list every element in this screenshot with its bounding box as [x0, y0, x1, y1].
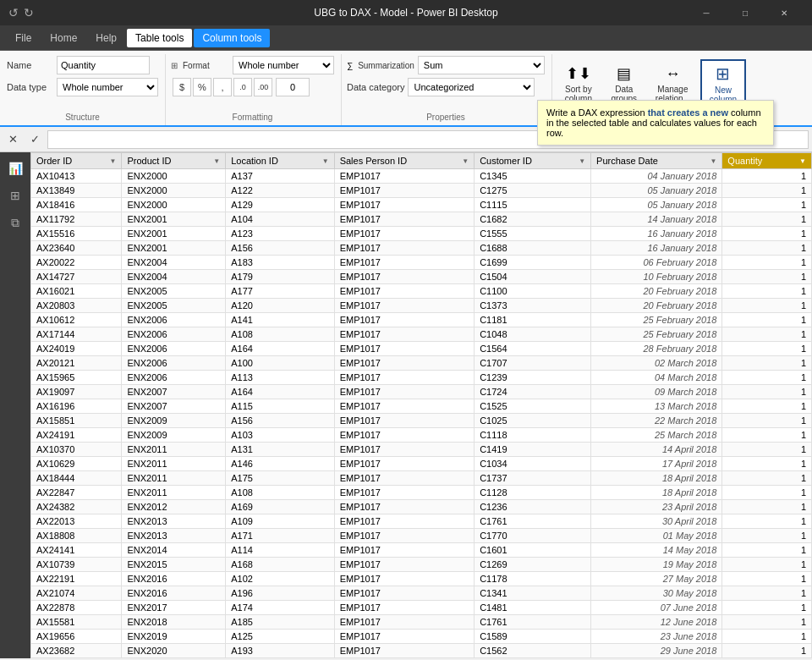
format-select[interactable]: Whole number — [233, 56, 334, 74]
table-row[interactable]: AX16196ENX2007A115EMP1017C152513 March 2… — [31, 399, 812, 414]
table-row[interactable]: AX14727ENX2004A179EMP1017C150410 Februar… — [31, 270, 812, 284]
table-cell: 1 — [722, 443, 812, 457]
col-header-sales-person-id[interactable]: Sales Person ID▼ — [334, 153, 475, 169]
menu-columntools[interactable]: Column tools — [194, 29, 270, 47]
tooltip: Write a DAX expression that creates a ne… — [537, 100, 774, 146]
table-row[interactable]: AX10629ENX2011A146EMP1017C103417 April 2… — [31, 457, 812, 471]
table-row[interactable]: AX22191ENX2016A102EMP1017C117827 May 201… — [31, 572, 812, 586]
table-cell: ENX2012 — [122, 500, 226, 514]
table-row[interactable]: AX15851ENX2009A156EMP1017C102522 March 2… — [31, 414, 812, 428]
summarization-select[interactable]: Sum — [418, 56, 545, 74]
datacategory-select[interactable]: Uncategorized — [408, 78, 535, 96]
confirm-button[interactable]: ✓ — [25, 130, 44, 149]
table-row[interactable]: AX16021ENX2005A177EMP1017C110020 Februar… — [31, 284, 812, 299]
table-row[interactable]: AX24019ENX2006A164EMP1017C156428 Februar… — [31, 342, 812, 356]
increase-decimal-button[interactable]: .0 — [233, 78, 252, 96]
decrease-decimal-button[interactable]: .00 — [254, 78, 272, 96]
table-row[interactable]: AX10413ENX2000A137EMP1017C134504 January… — [31, 169, 812, 184]
redo-icon[interactable]: ↻ — [24, 6, 34, 19]
menu-home[interactable]: Home — [41, 29, 85, 47]
table-row[interactable]: AX18416ENX2000A129EMP1017C111505 January… — [31, 198, 812, 212]
table-row[interactable]: AX15516ENX2001A123EMP1017C155516 January… — [31, 227, 812, 241]
table-row[interactable]: AX18444ENX2011A175EMP1017C173718 April 2… — [31, 471, 812, 486]
table-row[interactable]: AX15581ENX2018A185EMP1017C176112 June 20… — [31, 615, 812, 630]
datatype-select[interactable]: Whole number — [57, 78, 158, 96]
table-cell: 1 — [722, 486, 812, 500]
close-button[interactable]: ✕ — [765, 0, 804, 25]
table-row[interactable]: AX10612ENX2006A141EMP1017C118125 Februar… — [31, 313, 812, 327]
table-row[interactable]: AX19097ENX2007A164EMP1017C172409 March 2… — [31, 385, 812, 399]
table-row[interactable]: AX11228ENX2021A125EMP1017C113410 July 20… — [31, 658, 812, 659]
table-row[interactable]: AX22847ENX2011A108EMP1017C112818 April 2… — [31, 486, 812, 500]
table-cell: ENX2009 — [122, 428, 226, 443]
table-cell: EMP1017 — [334, 572, 475, 586]
col-header-location-id[interactable]: Location ID▼ — [226, 153, 334, 169]
table-cell: EMP1017 — [334, 615, 475, 630]
table-row[interactable]: AX13849ENX2000A122EMP1017C127505 January… — [31, 184, 812, 198]
table-row[interactable]: AX21074ENX2016A196EMP1017C134130 May 201… — [31, 586, 812, 601]
table-cell: C1134 — [475, 658, 591, 659]
table-row[interactable]: AX20121ENX2006A100EMP1017C170702 March 2… — [31, 356, 812, 371]
restore-button[interactable]: □ — [726, 0, 765, 25]
currency-button[interactable]: $ — [173, 78, 191, 96]
table-row[interactable]: AX22878ENX2017A174EMP1017C148107 June 20… — [31, 601, 812, 615]
sidebar-data-icon[interactable]: ⊞ — [2, 183, 29, 208]
table-row[interactable]: AX24382ENX2012A169EMP1017C123623 April 2… — [31, 500, 812, 514]
table-row[interactable]: AX10739ENX2015A168EMP1017C126919 May 201… — [31, 558, 812, 572]
name-input[interactable] — [57, 56, 150, 74]
table-cell: A169 — [226, 500, 334, 514]
comma-button[interactable]: , — [213, 78, 232, 96]
table-cell: 10 February 2018 — [591, 270, 722, 284]
sidebar-report-icon[interactable]: 📊 — [2, 156, 29, 181]
summarization-label: Summarization — [358, 61, 414, 70]
decimal-input[interactable] — [276, 78, 310, 96]
data-table-area[interactable]: Order ID▼Product ID▼Location ID▼Sales Pe… — [30, 152, 812, 658]
table-row[interactable]: AX18808ENX2013A171EMP1017C177001 May 201… — [31, 529, 812, 543]
table-cell: 17 April 2018 — [591, 457, 722, 471]
table-row[interactable]: AX24191ENX2009A103EMP1017C111825 March 2… — [31, 428, 812, 443]
table-cell: 1 — [722, 184, 812, 198]
cancel-button[interactable]: ✕ — [3, 130, 22, 149]
menu-file[interactable]: File — [7, 29, 40, 47]
table-cell: AX23640 — [31, 241, 122, 256]
table-row[interactable]: AX19656ENX2019A125EMP1017C158923 June 20… — [31, 630, 812, 644]
table-row[interactable]: AX10370ENX2011A131EMP1017C141914 April 2… — [31, 443, 812, 457]
table-row[interactable]: AX20803ENX2005A120EMP1017C137320 Februar… — [31, 299, 812, 313]
menu-tabletools[interactable]: Table tools — [127, 29, 192, 47]
table-cell: A103 — [226, 428, 334, 443]
col-header-product-id[interactable]: Product ID▼ — [122, 153, 226, 169]
table-cell: AX15965 — [31, 371, 122, 385]
table-row[interactable]: AX17144ENX2006A108EMP1017C104825 Februar… — [31, 327, 812, 342]
undo-icon[interactable]: ↺ — [8, 6, 19, 19]
percent-button[interactable]: % — [193, 78, 211, 96]
table-cell: 1 — [722, 227, 812, 241]
col-header-customer-id[interactable]: Customer ID▼ — [475, 153, 591, 169]
sidebar-model-icon[interactable]: ⧉ — [2, 210, 29, 235]
table-row[interactable]: AX11792ENX2001A104EMP1017C168214 January… — [31, 212, 812, 227]
table-cell: AX24141 — [31, 543, 122, 558]
table-cell: AX15581 — [31, 615, 122, 630]
table-cell: AX22847 — [31, 486, 122, 500]
table-row[interactable]: AX23640ENX2001A156EMP1017C168816 January… — [31, 241, 812, 256]
minimize-button[interactable]: ─ — [687, 0, 726, 25]
table-cell: ENX2015 — [122, 558, 226, 572]
table-row[interactable]: AX23682ENX2020A193EMP1017C156229 June 20… — [31, 644, 812, 658]
table-row[interactable]: AX20022ENX2004A183EMP1017C169906 Februar… — [31, 256, 812, 270]
col-header-order-id[interactable]: Order ID▼ — [31, 153, 122, 169]
menu-help[interactable]: Help — [87, 29, 125, 47]
table-row[interactable]: AX15965ENX2006A113EMP1017C123904 March 2… — [31, 371, 812, 385]
table-cell: C1236 — [475, 500, 591, 514]
data-table: Order ID▼Product ID▼Location ID▼Sales Pe… — [30, 152, 812, 658]
table-cell: A100 — [226, 356, 334, 371]
table-cell: C1481 — [475, 601, 591, 615]
table-cell: AX10629 — [31, 457, 122, 471]
col-header-purchase-date[interactable]: Purchase Date▼ — [591, 153, 722, 169]
table-cell: A156 — [226, 414, 334, 428]
menu-bar: File Home Help Table tools Column tools — [0, 25, 812, 51]
table-cell: A185 — [226, 615, 334, 630]
table-cell: 1 — [722, 256, 812, 270]
table-row[interactable]: AX22013ENX2013A109EMP1017C176130 April 2… — [31, 514, 812, 529]
table-cell: C1555 — [475, 227, 591, 241]
table-row[interactable]: AX24141ENX2014A114EMP1017C160114 May 201… — [31, 543, 812, 558]
col-header-quantity[interactable]: Quantity▼ — [722, 153, 812, 169]
